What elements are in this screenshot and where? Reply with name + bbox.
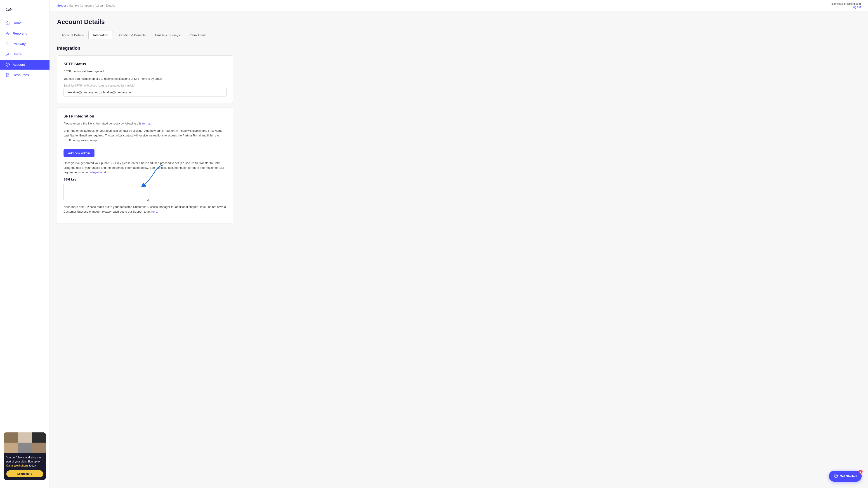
user-email: tiffany.nelson@calm.com <box>831 2 861 5</box>
sidebar: Calm Home Reporting Pathways <box>0 0 50 488</box>
sftp-email-input-wrapper: Email for SFTP notifications (comma sepa… <box>64 84 227 96</box>
gear-icon <box>5 62 10 67</box>
svg-point-4 <box>7 53 8 54</box>
sidebar-item-account[interactable]: Account <box>0 60 50 70</box>
tabs-bar: Account Details Integration Branding & B… <box>57 31 861 39</box>
sidebar-item-reporting-label: Reporting <box>13 31 27 35</box>
sftp-ssh-intro-text: Once you've generated your public SSH ke… <box>64 161 225 174</box>
add-new-admin-button[interactable]: Add new admin <box>64 149 94 157</box>
promo-text: You don't have workshops as part of your… <box>4 453 46 470</box>
sidebar-item-home-label: Home <box>13 21 22 25</box>
svg-text:Calm: Calm <box>5 7 13 11</box>
sftp-instructions: Enter the email address for your technic… <box>64 129 227 142</box>
app-logo: Calm <box>0 4 50 18</box>
sidebar-item-users-label: Users <box>13 52 22 56</box>
sidebar-item-pathways-label: Pathways <box>13 42 27 46</box>
promo-images <box>4 432 46 453</box>
promo-img-4 <box>4 443 18 453</box>
promo-img-3 <box>32 432 46 443</box>
sidebar-item-resources[interactable]: Resources <box>0 70 50 80</box>
page-title: Account Details <box>57 18 861 26</box>
sidebar-item-home[interactable]: Home <box>0 18 50 28</box>
sftp-status-card: SFTP Status SFTP has not yet been synced… <box>57 55 233 103</box>
sftp-help-text: Need more help? Please reach out to your… <box>64 205 227 214</box>
sftp-format-text-prefix: Please ensure the file is formatted corr… <box>64 122 142 125</box>
here-end: . <box>157 210 158 213</box>
promo-img-2 <box>18 432 32 443</box>
promo-img-1 <box>4 432 18 443</box>
sftp-status-text: SFTP has not yet been synced. <box>64 69 227 74</box>
tab-branding-benefits[interactable]: Branding & Benefits <box>113 31 150 39</box>
promo-img-5 <box>18 443 32 453</box>
sidebar-item-users[interactable]: Users <box>0 49 50 59</box>
integration-doc-link[interactable]: integration doc <box>90 170 109 174</box>
pathways-icon <box>5 41 10 46</box>
calm-logo-svg: Calm <box>5 7 19 12</box>
sftp-integration-end: . <box>109 170 110 174</box>
promo-card: You don't have workshops as part of your… <box>4 432 46 480</box>
sftp-email-placeholder: Email for SFTP notifications (comma sepa… <box>64 84 227 87</box>
user-info: tiffany.nelson@calm.com Log out <box>831 2 861 8</box>
sftp-integration-card-title: SFTP Integration <box>64 114 227 119</box>
promo-highlight: Calm Workshops <box>6 464 29 467</box>
tab-integration[interactable]: Integration <box>88 31 113 39</box>
promo-body-text: You don't have workshops as part of your… <box>6 456 41 463</box>
users-icon <box>5 52 10 57</box>
sftp-format-text: Please ensure the file is formatted corr… <box>64 121 227 126</box>
learn-more-button[interactable]: Learn more <box>6 470 43 477</box>
ssh-key-textarea[interactable] <box>64 183 149 201</box>
promo-img-6 <box>32 443 46 453</box>
sftp-ssh-intro: Once you've generated your public SSH ke… <box>64 161 227 175</box>
breadcrumb: Groups / Sample Company / Account Detail… <box>57 4 115 7</box>
sftp-email-input[interactable] <box>64 88 227 96</box>
tab-calm-admin[interactable]: Calm Admin <box>185 31 211 39</box>
svg-point-5 <box>7 64 8 65</box>
breadcrumb-path: / Sample Company / Account Details <box>67 4 115 7</box>
document-icon <box>5 73 10 77</box>
chart-icon <box>5 31 10 36</box>
home-icon <box>5 21 10 25</box>
section-title: Integration <box>57 46 861 51</box>
get-started-label: Get Started <box>840 475 857 478</box>
breadcrumb-groups-link[interactable]: Groups <box>57 4 67 7</box>
sidebar-nav: Home Reporting Pathways Users <box>0 18 50 429</box>
sidebar-item-reporting[interactable]: Reporting <box>0 29 50 38</box>
sidebar-item-account-label: Account <box>13 63 25 66</box>
sidebar-item-resources-label: Resources <box>13 73 29 77</box>
get-started-button[interactable]: Get Started 3 <box>829 470 862 482</box>
get-started-icon <box>834 474 838 479</box>
help-text-content: Need more help? Please reach out to your… <box>64 205 226 213</box>
ssh-key-label: SSH key <box>64 177 227 181</box>
get-started-badge: 3 <box>859 470 863 474</box>
sidebar-item-pathways[interactable]: Pathways <box>0 39 50 49</box>
tab-account-details[interactable]: Account Details <box>57 31 88 39</box>
main-content: Groups / Sample Company / Account Detail… <box>50 0 868 488</box>
topbar: Groups / Sample Company / Account Detail… <box>50 0 868 11</box>
sftp-format-end: . <box>151 122 151 125</box>
sftp-integration-card: SFTP Integration Please ensure the file … <box>57 107 233 223</box>
page-content: Account Details Account Details Integrat… <box>50 11 868 488</box>
here-link[interactable]: here <box>151 210 157 213</box>
tab-emails-surveys[interactable]: Emails & Surveys <box>150 31 185 39</box>
sftp-status-card-title: SFTP Status <box>64 62 227 66</box>
sftp-notification-text: You can add multiple emails to receive n… <box>64 76 227 81</box>
ssh-key-section: SSH key <box>64 177 227 201</box>
promo-text2: today! <box>29 464 37 467</box>
logout-link[interactable]: Log out <box>852 5 861 8</box>
format-link[interactable]: format <box>142 122 151 125</box>
